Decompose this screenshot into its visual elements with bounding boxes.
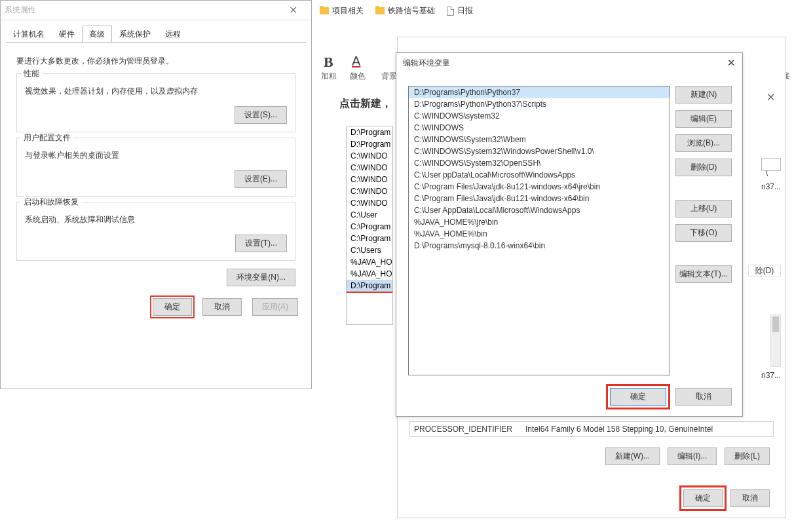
group-desc: 与登录帐户相关的桌面设置 [25,150,287,161]
dialog-title: 编辑环境变量 [403,58,716,69]
tab-计算机名[interactable]: 计算机名 [6,26,52,43]
folder-icon [375,7,385,14]
breadcrumb-item[interactable]: 项目相关 [320,5,364,16]
move-up-button[interactable]: 上移(U) [675,200,732,218]
breadcrumb-item[interactable]: 铁路信号基础 [375,5,435,16]
fragment-text: n37... [748,371,781,383]
background-label: 背景 [381,71,397,82]
breadcrumb-item[interactable]: 日报 [447,5,473,16]
close-icon[interactable]: ✕ [716,57,736,69]
group-desc: 视觉效果，处理器计划，内存使用，以及虚拟内存 [25,86,287,97]
user-profile-group: 用户配置文件 与登录帐户相关的桌面设置 设置(E)... [16,138,295,197]
ok-button[interactable]: 确定 [610,388,666,406]
cancel-button[interactable]: 取消 [202,298,242,316]
ok-button[interactable]: 确定 [683,489,723,507]
ok-button[interactable]: 确定 [153,298,192,316]
edit-button[interactable]: 编辑(I)... [668,447,717,465]
list-item[interactable]: D:\Programs\Python\Python37\Scripts [409,98,670,110]
env-list-fragment: D:\ProgramD:\ProgramC:\WINDOC:\WINDOC:\W… [346,126,393,325]
delete-fragment-button[interactable]: 除(D) [748,265,781,276]
group-desc: 系统启动、系统故障和调试信息 [25,214,287,225]
dialog-title: 系统属性 [5,5,278,16]
list-item[interactable]: %JAVA_HOME%\jre\bin [409,216,670,228]
bold-icon[interactable]: B [324,54,333,71]
fragment-box [761,158,781,171]
color-label: 颜色 [350,71,366,82]
list-item[interactable]: C:\WINDOWS\System32\Wbem [409,134,670,145]
edit-button[interactable]: 编辑(E) [675,110,732,128]
delete-button[interactable]: 删除(D) [675,159,732,176]
cancel-button[interactable]: 取消 [730,489,770,507]
list-item[interactable]: C:\Program Files\Java\jdk-8u121-windows-… [409,181,670,193]
sysvar-name: PROCESSOR_IDENTIFIER [414,425,525,434]
list-item[interactable]: C:\WINDOWS\system32 [409,110,670,122]
edit-text-button[interactable]: 编辑文本(T)... [675,265,732,283]
browse-button[interactable]: 浏览(B)... [675,134,732,152]
admin-note: 要进行大多数更改，你必须作为管理员登录。 [16,56,295,67]
list-item[interactable]: C:\Program Files\Java\jdk-8u121-windows-… [409,193,670,204]
sysvar-value: Intel64 Family 6 Model 158 Stepping 10, … [525,425,713,434]
settings-button[interactable]: 设置(S)... [235,106,287,124]
file-icon [447,7,454,16]
tabstrip: 计算机名硬件高级系统保护远程 [6,26,311,43]
fragment-backslash: \ [766,169,768,178]
fragment-text: n37... [748,182,781,195]
tab-远程[interactable]: 远程 [158,26,188,43]
list-item[interactable]: C:\User ppData\Local\Microsoft\WindowsAp… [409,169,670,181]
group-title: 用户配置文件 [21,132,73,143]
new-button[interactable]: 新建(N) [675,86,732,104]
list-item[interactable]: C:\WINDOWS [409,122,670,134]
scrollbar-thumb[interactable] [772,316,779,332]
list-item[interactable]: %JAVA_HOME%\bin [409,228,670,240]
folder-icon [320,7,329,14]
move-down-button[interactable]: 下移(O) [675,224,732,242]
bold-label: 加粗 [321,71,337,82]
new-button[interactable]: 新建(W)... [605,447,660,465]
list-item[interactable]: D:\Programs\Python\Python37 [409,86,670,98]
path-list[interactable]: D:\Programs\Python\Python37D:\Programs\P… [408,86,670,375]
list-item[interactable]: C:\WINDOWS\System32\OpenSSH\ [409,157,670,169]
settings-button[interactable]: 设置(T)... [235,235,287,252]
tab-硬件[interactable]: 硬件 [52,26,82,43]
sysvar-row[interactable]: PROCESSOR_IDENTIFIER Intel64 Family 6 Mo… [409,421,774,437]
settings-button[interactable]: 设置(E)... [235,170,287,188]
list-item[interactable]: D:\Programs\mysql-8.0.16-winx64\bin [409,240,670,252]
group-title: 性能 [21,68,42,79]
list-item[interactable]: C:\User AppData\Local\Microsoft\WindowsA… [409,204,670,216]
apply-button[interactable]: 应用(A) [252,298,298,316]
color-icon[interactable]: A [352,54,360,69]
breadcrumb: 项目相关 铁路信号基础 日报 [320,5,473,16]
startup-recovery-group: 启动和故障恢复 系统启动、系统故障和调试信息 设置(T)... [16,202,295,261]
delete-button[interactable]: 删除(L) [725,447,770,465]
list-item[interactable]: C:\WINDOWS\System32\WindowsPowerShell\v1… [409,145,670,157]
env-vars-button[interactable]: 环境变量(N)... [227,269,295,286]
edit-env-var-dialog: 编辑环境变量 ✕ D:\Programs\Python\Python37D:\P… [396,52,743,417]
group-title: 启动和故障恢复 [21,197,81,208]
system-properties-dialog: 系统属性 ✕ 计算机名硬件高级系统保护远程 要进行大多数更改，你必须作为管理员登… [0,0,312,389]
tab-系统保护[interactable]: 系统保护 [112,26,158,43]
close-icon[interactable]: ✕ [278,4,307,16]
cancel-button[interactable]: 取消 [675,388,732,406]
instruction-title: 点击新建， [339,97,392,111]
tab-高级[interactable]: 高级 [82,26,112,43]
scrollbar[interactable] [770,314,781,367]
performance-group: 性能 视觉效果，处理器计划，内存使用，以及虚拟内存 设置(S)... [16,73,295,132]
close-icon[interactable]: ✕ [766,91,775,104]
